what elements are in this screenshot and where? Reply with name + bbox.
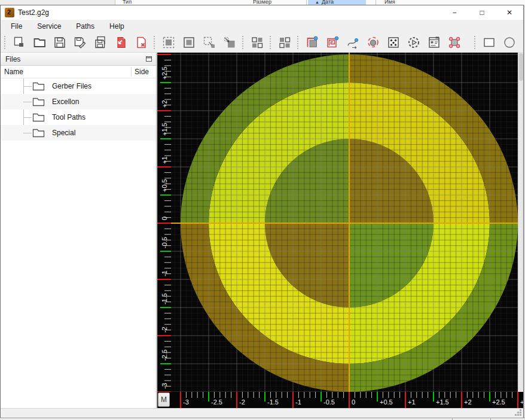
tree-item-excellon[interactable]: Excellon (1, 94, 156, 109)
menubar: File Service Paths Help (1, 20, 523, 33)
files-panel-title: Files (5, 55, 20, 63)
unload-file-button[interactable] (113, 34, 129, 51)
properties-tool-button[interactable] (426, 34, 442, 51)
curve-tool-button[interactable] (345, 34, 361, 51)
dots-pattern-tool-button[interactable] (386, 34, 401, 51)
units-toggle-button[interactable]: M (158, 392, 170, 407)
sort-arrow-icon: ▲ (315, 0, 319, 5)
svg-text:-2: -2 (161, 327, 168, 333)
circle-shape-icon (502, 35, 517, 50)
minimize-button[interactable]: − (441, 5, 468, 20)
svg-text:-2: -2 (239, 398, 245, 406)
tree-branch-line (23, 102, 32, 102)
vertical-scrollbar[interactable] (518, 53, 523, 392)
tree-item-label: Gerber Files (52, 82, 91, 90)
float-panel-button[interactable] (145, 56, 152, 62)
toolbar-handle (154, 36, 155, 49)
column-header-name[interactable]: Name (1, 68, 23, 76)
unload-file-icon (114, 35, 128, 50)
ruler-corner-cell: M (157, 392, 171, 408)
svg-text:+0.5: +0.5 (161, 179, 168, 192)
svg-text:+3: +3 (520, 398, 523, 406)
zoom-back-button[interactable] (222, 34, 237, 51)
svg-text:-2.5: -2.5 (161, 349, 168, 361)
tree-item-label: Special (52, 129, 75, 137)
svg-text:+0.5: +0.5 (380, 398, 393, 406)
rectangle-tool-button[interactable] (481, 34, 497, 51)
fit-selection-button[interactable] (161, 34, 176, 51)
column-divider[interactable] (131, 67, 132, 77)
scrollbar-thumb[interactable] (519, 53, 523, 81)
open-folder-icon (32, 35, 47, 50)
new-file-icon (12, 35, 26, 50)
svg-text:+1: +1 (161, 156, 168, 164)
files-tree: Gerber Files Excellon Tool Paths (1, 78, 156, 141)
tree-branch-line (23, 133, 32, 133)
maximize-button[interactable]: □ (468, 5, 496, 20)
circle-tool-button[interactable] (502, 34, 517, 51)
svg-text:+2.5: +2.5 (161, 66, 168, 80)
bg-col-divider (115, 0, 115, 5)
menu-paths[interactable]: Paths (71, 21, 100, 32)
screen: Тип Размер ▲ Дата Имя Test2.g2g − □ ✕ Fi… (0, 0, 525, 420)
zoom-back-icon (222, 35, 237, 50)
float-window-icon (145, 56, 152, 62)
folder-icon (32, 112, 45, 124)
tree-branch-line (23, 117, 32, 118)
open-file-button[interactable] (32, 34, 47, 51)
toolbar-handle (270, 36, 271, 49)
app-window: Test2.g2g − □ ✕ File Service Paths Help (0, 5, 524, 418)
save-button[interactable] (52, 34, 68, 51)
menu-service[interactable]: Service (32, 21, 66, 32)
bg-col-name: Имя (384, 0, 395, 5)
tree-item-tool-paths[interactable]: Tool Paths (1, 109, 156, 125)
tree-item-special[interactable]: Special (1, 125, 156, 141)
save-as-button[interactable] (72, 34, 88, 51)
close-file-button[interactable] (133, 34, 149, 51)
frame-markers-tool-button[interactable] (447, 34, 462, 51)
tree-item-label: Tool Paths (52, 113, 86, 121)
fit-all-icon (182, 35, 196, 50)
save-all-button[interactable] (93, 34, 108, 51)
folder-icon (32, 128, 45, 140)
cascade-windows-button[interactable] (277, 34, 292, 51)
column-header-side[interactable]: Side (135, 68, 149, 76)
menu-help[interactable]: Help (104, 21, 130, 32)
zoom-window-button[interactable] (202, 34, 217, 51)
toolbar-handle (242, 36, 243, 49)
pcb-preview-svg (171, 53, 518, 392)
cascade-windows-icon (277, 35, 292, 50)
spiral-tool-button[interactable] (325, 34, 340, 51)
curve-tool-icon (346, 35, 360, 50)
close-button[interactable]: ✕ (496, 5, 523, 20)
bg-col-divider (306, 0, 307, 5)
contour-tool-button[interactable] (304, 34, 320, 51)
gear-run-icon (407, 35, 421, 50)
toolbar: » (1, 33, 523, 53)
svg-text:-1: -1 (295, 398, 301, 406)
drill-tool-button[interactable] (365, 34, 381, 51)
menu-file[interactable]: File (5, 21, 28, 32)
main-area: Files Name Side (1, 53, 523, 408)
svg-text:-1.5: -1.5 (267, 398, 279, 406)
tree-item-gerber-files[interactable]: Gerber Files (1, 78, 156, 94)
app-icon (5, 8, 14, 17)
svg-text:-1: -1 (161, 270, 168, 276)
svg-text:0: 0 (352, 398, 355, 406)
files-columns-header: Name Side (1, 66, 156, 78)
rectangle-shape-icon (482, 35, 496, 50)
titlebar: Test2.g2g − □ ✕ (1, 5, 523, 20)
run-tool-button[interactable] (406, 34, 422, 51)
canvas-viewport[interactable] (171, 53, 518, 392)
fit-all-button[interactable] (181, 34, 197, 51)
window-title: Test2.g2g (18, 8, 49, 17)
new-file-button[interactable] (11, 34, 27, 51)
horizontal-ruler: -3-2.5-2-1.5-1-0.50+0.5+1+1.5+2+2.5+3 (171, 392, 523, 408)
files-panel-header: Files (1, 53, 156, 66)
contour-tool-icon (305, 35, 319, 50)
save-all-icon (93, 35, 108, 50)
bg-col-date: Дата (322, 0, 334, 5)
tile-windows-button[interactable] (249, 34, 265, 51)
resize-grip[interactable] (520, 409, 521, 411)
svg-text:-3: -3 (161, 383, 168, 389)
